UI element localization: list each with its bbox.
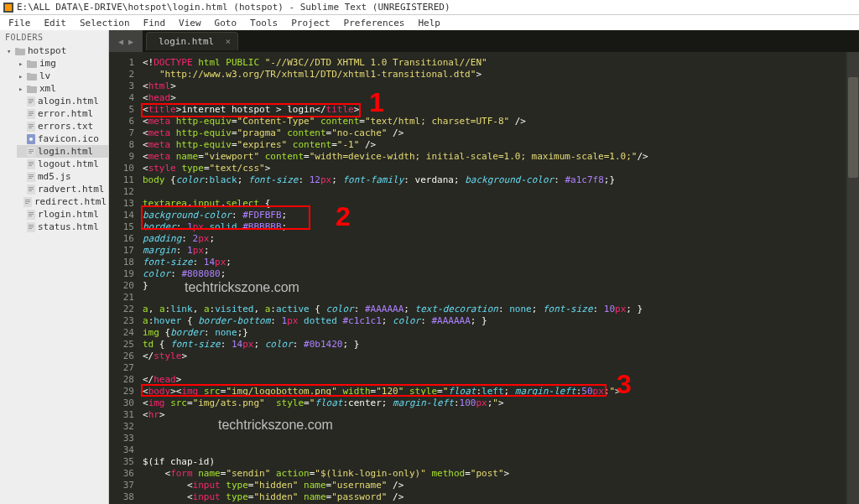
tree-file-errors-txt[interactable]: errors.txt bbox=[17, 120, 108, 132]
tree-file-label: favicon.ico bbox=[38, 133, 99, 144]
menu-item-view[interactable]: View bbox=[174, 16, 206, 30]
line-number: 35 bbox=[109, 456, 134, 468]
svg-rect-37 bbox=[29, 212, 34, 213]
tree-file-label: alogin.html bbox=[38, 96, 99, 107]
menu-item-file[interactable]: File bbox=[3, 16, 36, 30]
code-line[interactable]: body {color:black; font-size: 12px; font… bbox=[143, 174, 846, 186]
menu-item-goto[interactable]: Goto bbox=[210, 16, 242, 30]
line-number: 8 bbox=[109, 139, 134, 151]
line-number: 10 bbox=[109, 163, 134, 174]
code-line[interactable]: <meta http-equiv="Content-Type" content=… bbox=[143, 116, 846, 127]
code-line[interactable]: <meta http-equiv="pragma" content="no-ca… bbox=[143, 127, 846, 139]
code-line[interactable]: <title>internet hotspot > login</title> bbox=[143, 104, 846, 116]
code-line[interactable]: <html> bbox=[143, 81, 846, 92]
code-line[interactable]: td { font-size: 14px; color: #0b1420; } bbox=[143, 339, 846, 351]
tree-file-status-html[interactable]: status.html bbox=[17, 221, 108, 233]
code-line[interactable]: <body><img src="img/logobottom.png" widt… bbox=[143, 386, 846, 397]
scrollbar-thumb[interactable] bbox=[848, 77, 858, 178]
code-line[interactable]: <form name="sendin" action="$(link-login… bbox=[143, 468, 846, 480]
tree-root-folder[interactable]: ▾ hotspot bbox=[5, 44, 108, 57]
file-icon bbox=[27, 122, 35, 132]
tree-file-logout-html[interactable]: logout.html bbox=[17, 158, 108, 170]
code-line[interactable]: padding: 2px; bbox=[143, 233, 846, 245]
code-line[interactable]: <meta http-equiv="expires" content="-1" … bbox=[143, 139, 846, 151]
line-number: 18 bbox=[109, 257, 134, 268]
tree-folder-img[interactable]: ▸img bbox=[17, 57, 108, 70]
code-line[interactable]: textarea,input,select { bbox=[143, 198, 846, 210]
code-line[interactable]: <!DOCTYPE html PUBLIC "-//W3C//DTD XHTML… bbox=[143, 57, 846, 69]
tree-file-login-html[interactable]: login.html bbox=[17, 145, 108, 158]
tree-folder-xml[interactable]: ▸xml bbox=[17, 82, 108, 95]
code-line[interactable]: border: 1px solid #BBBBBB; bbox=[143, 221, 846, 233]
tree-file-error-html[interactable]: error.html bbox=[17, 107, 108, 120]
app-icon bbox=[3, 3, 13, 13]
code-line[interactable]: <meta name="viewport" content="width=dev… bbox=[143, 151, 846, 163]
tree-folder-lv[interactable]: ▸lv bbox=[17, 70, 108, 82]
code-line[interactable]: margin: 1px; bbox=[143, 245, 846, 257]
menu-item-selection[interactable]: Selection bbox=[75, 16, 135, 30]
code-content[interactable]: <!DOCTYPE html PUBLIC "-//W3C//DTD XHTML… bbox=[143, 52, 846, 504]
menu-item-tools[interactable]: Tools bbox=[245, 16, 283, 30]
code-line[interactable]: color: #808080; bbox=[143, 268, 846, 280]
watermark-2: techtrickszone.com bbox=[218, 418, 333, 433]
code-line[interactable]: font-size: 14px; bbox=[143, 257, 846, 268]
file-icon bbox=[27, 184, 35, 195]
code-line[interactable]: </head> bbox=[143, 374, 846, 386]
code-editor[interactable]: 1234567891011121314151617181920212223242… bbox=[109, 52, 859, 504]
menu-item-edit[interactable]: Edit bbox=[39, 16, 72, 30]
tree-file-rlogin-html[interactable]: rlogin.html bbox=[17, 208, 108, 221]
menu-item-help[interactable]: Help bbox=[413, 16, 445, 30]
menu-item-preferences[interactable]: Preferences bbox=[339, 16, 410, 30]
code-line[interactable] bbox=[143, 444, 846, 456]
line-number: 21 bbox=[109, 292, 134, 304]
line-number: 38 bbox=[109, 491, 134, 503]
code-line[interactable]: a:hover { border-bottom: 1px dotted #c1c… bbox=[143, 315, 846, 327]
svg-rect-5 bbox=[29, 102, 32, 103]
code-line[interactable]: <input type="hidden" name="username" /> bbox=[143, 480, 846, 491]
tree-file-md5-js[interactable]: md5.js bbox=[17, 170, 108, 183]
svg-rect-29 bbox=[29, 187, 34, 188]
code-line[interactable] bbox=[143, 186, 846, 198]
code-line[interactable] bbox=[143, 433, 846, 444]
tab-bar: ◀ ▶ login.html × bbox=[109, 30, 859, 52]
tree-file-alogin-html[interactable]: alogin.html bbox=[17, 95, 108, 107]
tree-file-radvert-html[interactable]: radvert.html bbox=[17, 183, 108, 195]
tree-folder-label: img bbox=[39, 58, 56, 69]
code-line[interactable]: <img src="img/ats.png" style="float:cent… bbox=[143, 397, 846, 409]
tree-file-redirect-html[interactable]: redirect.html bbox=[17, 195, 108, 208]
close-icon[interactable]: × bbox=[226, 36, 232, 47]
chevron-right-icon: ▸ bbox=[18, 85, 27, 93]
code-line[interactable]: a, a:link, a:visited, a:active { color: … bbox=[143, 304, 846, 315]
menu-item-project[interactable]: Project bbox=[286, 16, 335, 30]
svg-rect-21 bbox=[29, 162, 34, 163]
svg-rect-18 bbox=[29, 151, 34, 152]
line-number: 36 bbox=[109, 468, 134, 480]
code-line[interactable]: "http://www.w3.org/TR/xhtml1/DTD/xhtml1-… bbox=[143, 69, 846, 81]
menu-item-find[interactable]: Find bbox=[138, 16, 171, 30]
code-line[interactable] bbox=[143, 362, 846, 374]
code-line[interactable]: $(if chap-id) bbox=[143, 456, 846, 468]
code-line[interactable]: img {border: none;} bbox=[143, 327, 846, 339]
window-title-bar: E:\ALL DATA\E-DRIVE\hotspot\login.html (… bbox=[0, 0, 859, 15]
file-icon bbox=[27, 134, 35, 144]
svg-rect-35 bbox=[25, 203, 29, 204]
line-number-gutter: 1234567891011121314151617181920212223242… bbox=[109, 52, 143, 504]
tab-login-html[interactable]: login.html × bbox=[146, 32, 238, 50]
chevron-right-icon: ▸ bbox=[18, 60, 27, 68]
vertical-scrollbar[interactable] bbox=[847, 52, 859, 504]
folder-icon bbox=[15, 47, 25, 55]
line-number: 9 bbox=[109, 151, 134, 163]
svg-rect-27 bbox=[29, 178, 32, 179]
code-line[interactable]: </style> bbox=[143, 351, 846, 362]
line-number: 28 bbox=[109, 374, 134, 386]
tree-folder-label: lv bbox=[39, 70, 50, 81]
code-line[interactable]: <style type="text/css"> bbox=[143, 163, 846, 174]
code-line[interactable]: background-color: #FDFBFB; bbox=[143, 210, 846, 221]
code-line[interactable]: <head> bbox=[143, 92, 846, 104]
tree-file-favicon-ico[interactable]: favicon.ico bbox=[17, 132, 108, 145]
line-number: 13 bbox=[109, 198, 134, 210]
line-number: 3 bbox=[109, 81, 134, 92]
line-number: 23 bbox=[109, 315, 134, 327]
tab-nav-arrows[interactable]: ◀ ▶ bbox=[109, 30, 143, 52]
code-line[interactable]: <input type="hidden" name="password" /> bbox=[143, 491, 846, 503]
